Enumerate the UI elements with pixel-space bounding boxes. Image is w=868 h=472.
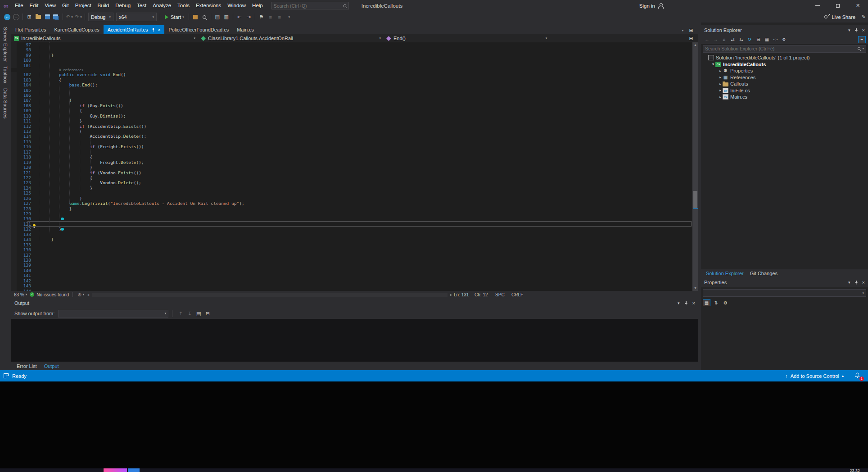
back-icon[interactable]: ← <box>703 36 711 43</box>
clear-all-icon[interactable]: ▤ <box>194 309 203 318</box>
tab-policeofficerfounddead-cs[interactable]: PoliceOfficerFoundDead.cs <box>164 25 233 34</box>
breakpoint-margin[interactable] <box>11 47 17 52</box>
code-line[interactable]: 113 { <box>11 129 698 134</box>
breakpoint-margin[interactable] <box>11 222 17 227</box>
breakpoint-margin[interactable] <box>11 139 17 144</box>
zoom-dropdown[interactable]: 83 %▾ <box>11 292 30 297</box>
sign-in-button[interactable]: Sign in <box>639 3 663 9</box>
tree-item-main-cs[interactable]: ▸Main.cs <box>701 94 868 100</box>
close-panel-icon[interactable]: × <box>862 280 865 285</box>
minimize-button[interactable] <box>807 0 827 11</box>
code-line[interactable]: 123 Voodoo.Delete(); <box>11 180 698 185</box>
tree-expand-icon[interactable]: ▸ <box>718 82 723 86</box>
next-message-icon[interactable]: ↧ <box>185 309 194 318</box>
output-content[interactable] <box>11 319 698 362</box>
active-files-chevron-icon[interactable]: ▼ <box>678 26 686 34</box>
notifications-bell-icon[interactable]: 1 <box>854 372 862 380</box>
breakpoint-margin[interactable] <box>11 278 17 283</box>
code-line[interactable]: 111 } <box>11 118 698 123</box>
tree-expand-icon[interactable]: ▸ <box>718 75 723 79</box>
breakpoint-margin[interactable] <box>11 283 17 288</box>
breakpoint-margin[interactable] <box>11 113 17 118</box>
breakpoint-margin[interactable] <box>11 165 17 170</box>
breakpoint-margin[interactable] <box>11 247 17 252</box>
tree-item-incrediblecallouts[interactable]: ▾IncredibleCallouts <box>701 61 868 68</box>
navbar-type-dropdown[interactable]: ClassLibrary1.Callouts.AccidentOnRail▾ <box>198 34 384 42</box>
menu-file[interactable]: File <box>12 0 27 11</box>
breakpoint-margin[interactable] <box>11 227 17 231</box>
health-options-icon[interactable]: ◎▾ <box>77 290 85 299</box>
side-tab-data-sources[interactable]: Data Sources <box>3 84 8 118</box>
breakpoint-margin[interactable] <box>11 263 17 268</box>
breakpoint-margin[interactable] <box>11 58 17 63</box>
add-to-source-control-button[interactable]: Add to Source Control <box>791 373 839 379</box>
uncomment-selection-icon[interactable]: ≡ <box>276 13 284 21</box>
scrollbar-thumb[interactable] <box>693 191 697 208</box>
undo-icon[interactable]: ↶▾ <box>65 13 73 21</box>
tab-accidentonrail-cs[interactable]: AccidentOnRail.cs× <box>104 25 165 34</box>
breakpoint-margin[interactable] <box>11 154 17 159</box>
properties-tool-icon[interactable]: ⚙ <box>780 36 788 43</box>
breakpoint-margin[interactable] <box>11 191 17 195</box>
code-line[interactable]: 108 if (Guy.Exists()) <box>11 103 698 108</box>
code-line[interactable]: 112 if (Accidentblip.Exists()) <box>11 124 698 129</box>
breakpoint-margin[interactable] <box>11 232 17 237</box>
split-window-icon[interactable]: ⊟ <box>687 34 695 42</box>
vertical-scrollbar[interactable]: ▲ ▼ <box>692 42 698 291</box>
close-button[interactable]: ✕ <box>848 0 868 11</box>
panel-chevron-down-icon[interactable]: ▾ <box>848 28 850 32</box>
output-source-dropdown[interactable]: ▾ <box>58 310 168 318</box>
forward-icon[interactable]: → <box>712 36 719 43</box>
sync-with-active-document-icon[interactable]: ⇆ <box>737 36 745 43</box>
taskbar-app-icon[interactable] <box>128 468 140 472</box>
code-line[interactable]: 117 <box>11 150 698 154</box>
breakpoint-margin[interactable] <box>11 134 17 139</box>
navigate-forward-button[interactable]: → <box>12 13 20 21</box>
breakpoint-margin[interactable] <box>11 72 17 77</box>
code-line[interactable]: 106 <box>11 93 698 98</box>
menu-window[interactable]: Window <box>224 0 249 11</box>
background-tasks-icon[interactable] <box>4 373 9 378</box>
panel-chevron-down-icon[interactable]: ▾ <box>848 280 850 285</box>
code-line[interactable]: 105 <box>11 88 698 93</box>
menu-analyze[interactable]: Analyze <box>149 0 174 11</box>
tab-output[interactable]: Output <box>41 363 63 369</box>
code-line[interactable]: 140 <box>11 268 698 273</box>
redo-icon[interactable]: ↷▾ <box>74 13 82 21</box>
menu-edit[interactable]: Edit <box>27 0 42 11</box>
previous-message-icon[interactable]: ↥ <box>176 309 185 318</box>
tab-options-icon[interactable]: ⊞ <box>687 26 695 34</box>
tree-expand-icon[interactable]: ▸ <box>718 95 723 99</box>
suggestion-dot-icon[interactable] <box>61 218 64 220</box>
property-pages-icon[interactable]: ⚙ <box>722 299 729 306</box>
show-all-files-icon[interactable]: ▦ <box>763 36 771 43</box>
breakpoint-margin[interactable] <box>11 216 17 221</box>
tree-expand-icon[interactable]: ▸ <box>718 69 723 73</box>
tree-item-callouts[interactable]: ▸Callouts <box>701 81 868 87</box>
menu-project[interactable]: Project <box>72 0 95 11</box>
breakpoint-margin[interactable] <box>11 186 17 191</box>
code-line[interactable]: 124 } <box>11 186 698 191</box>
code-line[interactable]: 109 { <box>11 108 698 113</box>
quick-search-input[interactable] <box>274 3 343 9</box>
breakpoint-margin[interactable] <box>11 77 17 82</box>
tab-error-list[interactable]: Error List <box>13 363 41 369</box>
breakpoint-margin[interactable] <box>11 118 17 123</box>
breakpoint-margin[interactable] <box>11 93 17 98</box>
breakpoint-margin[interactable] <box>11 237 17 242</box>
breakpoint-margin[interactable] <box>11 273 17 278</box>
breakpoint-margin[interactable] <box>11 42 17 47</box>
tab-main-cs[interactable]: Main.cs <box>233 25 258 34</box>
code-line[interactable]: 126 } <box>11 196 698 201</box>
code-line[interactable]: 130 <box>11 216 698 221</box>
toolbar-options-chevron-icon[interactable]: ▾ <box>285 13 293 21</box>
tree-item-solution-incrediblecallouts-1-of-1-project[interactable]: Solution 'IncredibleCallouts' (1 of 1 pr… <box>701 54 868 61</box>
menu-help[interactable]: Help <box>249 0 266 11</box>
comment-selection-icon[interactable]: ≡ <box>267 13 275 21</box>
code-editor[interactable]: 979899 }1001010 references102 public ove… <box>11 42 698 291</box>
code-line[interactable]: 116 if (Freight.Exists()) <box>11 144 698 149</box>
preview-selected-items-icon[interactable]: − <box>858 36 866 43</box>
menu-git[interactable]: Git <box>59 0 72 11</box>
pin-icon[interactable] <box>854 280 858 285</box>
package-icon[interactable] <box>191 13 199 21</box>
